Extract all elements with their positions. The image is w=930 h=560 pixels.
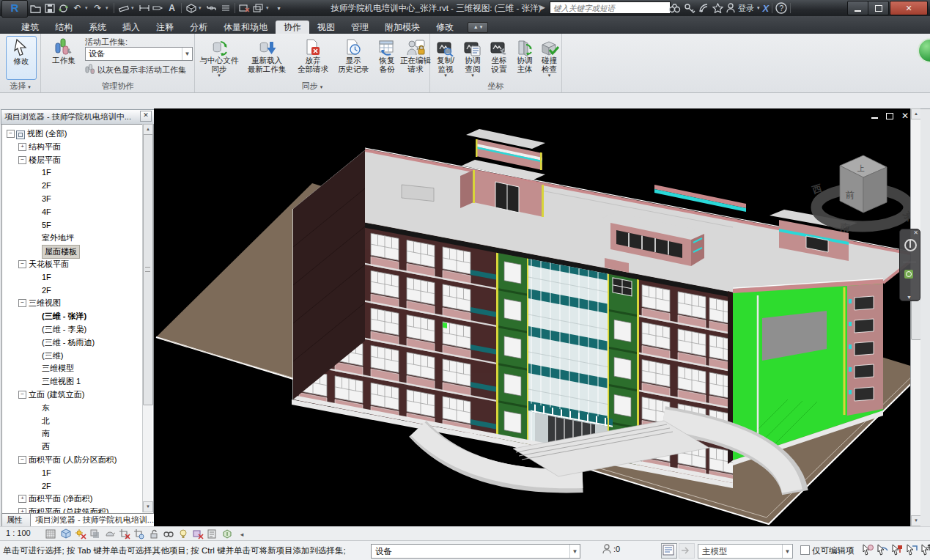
measure-icon[interactable] (117, 1, 130, 15)
history-button[interactable]: 显示 历史记录 (334, 36, 372, 73)
panel-sync-label[interactable]: 同步 ▾ (195, 81, 429, 92)
tree-item-(三维)[interactable]: (三维) (2, 350, 153, 362)
chevron-down-icon[interactable]: ▾ (757, 5, 760, 11)
view-close-icon[interactable]: ✕ (900, 111, 910, 120)
tree-item-2F[interactable]: 2F (2, 180, 153, 192)
switch-windows-icon[interactable] (252, 1, 265, 15)
tree-item-楼层平面[interactable]: −楼层平面 (2, 154, 153, 166)
ribbon-tab-结构[interactable]: 结构 (47, 21, 81, 34)
editable-only-checkbox[interactable] (800, 545, 810, 555)
collapse-icon[interactable]: − (18, 260, 26, 268)
close-icon[interactable]: ✕ (140, 111, 152, 122)
tree-item-北[interactable]: 北 (2, 415, 153, 427)
view-restore-icon[interactable] (885, 111, 895, 120)
minimize-button[interactable] (847, 1, 868, 15)
chevron-down-icon[interactable]: ▾ (548, 73, 551, 78)
help-icon[interactable]: ? (775, 1, 787, 15)
move-cursor-icon[interactable] (920, 544, 930, 556)
highlight-displacement-icon[interactable] (221, 528, 233, 539)
tree-item-三维视图 1[interactable]: 三维视图 1 (2, 375, 153, 388)
chevron-down-icon[interactable]: ▼ (182, 48, 192, 60)
drawing-canvas-3d-view[interactable]: 西 南 东 上 前 ✕ ✕ ▼ ▲ ▼ (154, 108, 920, 526)
ribbon-tab-插入[interactable]: 插入 (114, 21, 148, 34)
save-icon[interactable] (43, 1, 56, 15)
chevron-down-icon[interactable]: ▾ (106, 5, 111, 11)
open-file-icon[interactable] (29, 1, 42, 15)
viewcube-top-face[interactable]: 上 (857, 164, 865, 172)
ribbon-tab-附加模块[interactable]: 附加模块 (377, 21, 428, 34)
tree-item-4F[interactable]: 4F (2, 206, 153, 218)
collapse-icon[interactable]: − (18, 391, 26, 399)
tree-item-3F[interactable]: 3F (2, 193, 153, 205)
communication-center-icon[interactable] (698, 1, 709, 15)
worksharing-display-off-icon[interactable] (192, 528, 204, 539)
section-icon[interactable] (205, 1, 218, 15)
view-scale[interactable]: 1 : 100 (6, 528, 31, 537)
sync-central-button[interactable]: 与中心文件 同步▾ (198, 36, 240, 78)
project-browser-tree[interactable]: −视图 (全部)+结构平面−楼层平面1F2F3F4F5F室外地坪屋面楼板−天花板… (1, 124, 154, 514)
chevron-down-icon[interactable]: ▾ (199, 5, 204, 11)
chevron-down-icon[interactable]: ▾ (444, 73, 447, 78)
chevron-down-icon[interactable]: ▾ (266, 5, 271, 11)
pin-cursor-icon[interactable] (891, 544, 904, 556)
tree-item-(三维 - 杨雨迪)[interactable]: (三维 - 杨雨迪) (2, 336, 153, 349)
scroll-down-icon[interactable]: ▼ (911, 515, 920, 526)
collapse-icon[interactable]: − (18, 156, 26, 164)
customize-qat-icon[interactable]: ▾ (273, 1, 285, 15)
tree-item-面积平面 (净面积)[interactable]: +面积平面 (净面积) (2, 493, 153, 505)
active-workset-combobox[interactable]: 设备 ▼ (85, 47, 193, 61)
sign-in-user-icon[interactable] (726, 1, 735, 15)
tree-item-面积平面 (人防分区面积)[interactable]: −面积平面 (人防分区面积) (2, 454, 153, 466)
project-browser-header[interactable]: 项目浏览器 - 技师学院机电培训中... (1, 109, 157, 125)
canvas-scrollbar[interactable]: ▲ ▼ (910, 108, 920, 526)
copy-monitor-button[interactable]: 复制/ 监视▾ (432, 36, 460, 78)
coord-settings-button[interactable]: 坐标 设置 (486, 36, 512, 73)
scrollbar-thumb[interactable] (143, 134, 153, 405)
worksharing-display-cursor-icon[interactable] (862, 544, 874, 556)
scroll-down-icon[interactable]: ▼ (143, 501, 153, 512)
tree-item-2F[interactable]: 2F (2, 480, 153, 493)
detail-level-icon[interactable] (45, 528, 57, 539)
redo-icon[interactable]: ↷ (92, 1, 104, 15)
sync-with-central-icon[interactable] (57, 1, 70, 15)
collapse-icon[interactable]: − (7, 130, 15, 138)
search-binoculars-icon[interactable] (668, 1, 681, 15)
tree-item-5F[interactable]: 5F (2, 219, 153, 232)
chevron-down-icon[interactable]: ▼ (782, 545, 792, 558)
tree-scrollbar[interactable]: ▲ ▼ (142, 124, 152, 512)
steering-wheel-icon[interactable] (904, 239, 917, 251)
editing-requests-button[interactable]: 正在编辑 请求 (400, 36, 431, 73)
navbar-close-icon[interactable]: ✕ (913, 229, 918, 236)
reload-latest-button[interactable]: 重新载入 最新工作集 (242, 36, 292, 73)
expand-icon[interactable]: + (18, 495, 26, 503)
chevron-down-icon[interactable]: ▼ (569, 545, 580, 558)
collapse-icon[interactable]: ◂ (236, 528, 248, 539)
crop-view-off-icon[interactable] (119, 528, 130, 539)
corner-cursor-icon[interactable] (906, 544, 918, 556)
restore-backup-button[interactable]: 恢复 备份 (374, 36, 400, 73)
tree-item-视图 (全部)[interactable]: −视图 (全部) (2, 128, 153, 140)
favorites-star-icon[interactable] (712, 1, 723, 15)
worksharing-dialog-button[interactable] (661, 543, 677, 559)
relinquish-button[interactable]: 放弃 全部请求 (293, 36, 333, 73)
relinquish-status-button[interactable] (679, 543, 695, 559)
subscription-key-icon[interactable] (684, 1, 695, 15)
ribbon-tab-建筑[interactable]: 建筑 (13, 21, 47, 34)
active-workset-status-combobox[interactable]: 设备 ▼ (371, 544, 580, 559)
collapse-icon[interactable]: − (18, 299, 26, 307)
undo-icon[interactable]: ↶ (71, 1, 84, 15)
ribbon-tab-协作[interactable]: 协作 (276, 21, 309, 34)
ribbon-tab-注释[interactable]: 注释 (148, 21, 182, 34)
exclude-elements-cursor-icon[interactable] (877, 544, 889, 556)
shadows-off-icon[interactable] (89, 528, 101, 539)
chevron-down-icon[interactable]: ▾ (131, 5, 136, 11)
ribbon-tab-视图[interactable]: 视图 (309, 21, 343, 34)
tag-icon[interactable] (152, 1, 164, 15)
expand-icon[interactable]: + (18, 143, 26, 151)
reveal-hidden-icon[interactable] (177, 528, 189, 539)
tree-item-东[interactable]: 东 (2, 402, 153, 414)
crop-region-visibility-icon[interactable] (133, 528, 145, 539)
tree-item-1F[interactable]: 1F (2, 166, 153, 179)
default-3d-view-icon[interactable] (185, 1, 197, 15)
unlocked-3d-icon[interactable] (148, 528, 160, 539)
